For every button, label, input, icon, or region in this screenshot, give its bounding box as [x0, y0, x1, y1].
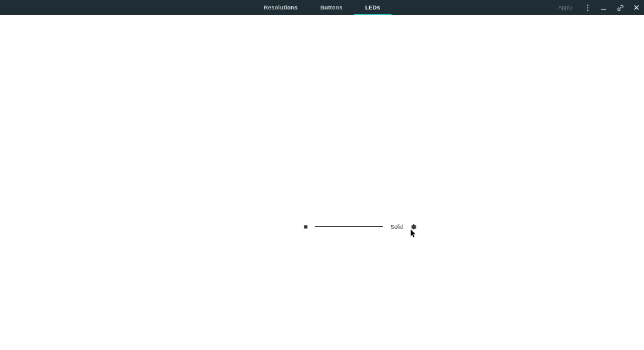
- svg-rect-3: [601, 9, 606, 10]
- mouse-cursor-icon: [411, 229, 417, 238]
- app-header: Resolutions Buttons LEDs Apply: [0, 0, 644, 15]
- slider-track: [315, 226, 383, 227]
- tab-resolutions[interactable]: Resolutions: [253, 0, 309, 15]
- link-icon[interactable]: [616, 4, 624, 11]
- svg-point-0: [587, 4, 588, 6]
- brightness-slider[interactable]: [315, 226, 383, 227]
- content-area: Solid: [0, 15, 644, 350]
- led-mode-label[interactable]: Solid: [391, 224, 403, 230]
- minimize-icon[interactable]: [600, 4, 608, 11]
- apply-button: Apply: [558, 4, 572, 11]
- tab-buttons[interactable]: Buttons: [309, 0, 353, 15]
- close-icon[interactable]: [633, 4, 640, 11]
- led-control-row: Solid: [304, 224, 417, 230]
- svg-point-2: [587, 9, 588, 11]
- color-swatch[interactable]: [304, 225, 308, 229]
- menu-icon[interactable]: [584, 4, 591, 11]
- svg-point-1: [587, 7, 588, 8]
- header-tabs: Resolutions Buttons LEDs: [253, 0, 392, 15]
- tab-leds[interactable]: LEDs: [354, 0, 392, 15]
- gear-icon[interactable]: [411, 224, 417, 230]
- window-controls: Apply: [558, 0, 640, 15]
